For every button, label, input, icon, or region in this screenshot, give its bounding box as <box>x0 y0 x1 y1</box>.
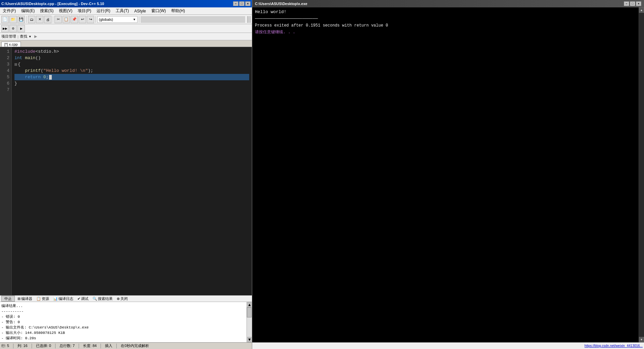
close-panel-icon: ⊗ <box>117 297 120 301</box>
code-editor[interactable]: 1 2 3 4 5 6 7 #include<stdio.h> int main… <box>0 47 252 295</box>
close-button[interactable]: × <box>245 1 251 6</box>
status-time: 在0秒内完成解析 <box>121 343 149 348</box>
paste-button[interactable]: 📌 <box>71 16 78 23</box>
compile-line-warnings: - 警告: 0 <box>1 319 245 325</box>
bottom-tab-search[interactable]: 🔍 搜索结果 <box>92 296 113 301</box>
menu-astyle[interactable]: AStyle <box>133 8 147 14</box>
line-num-1: 1 <box>2 48 9 55</box>
menu-help[interactable]: 帮助(H) <box>170 8 186 14</box>
menu-file[interactable]: 文件(F) <box>1 8 17 14</box>
line-numbers: 1 2 3 4 5 6 7 <box>0 47 12 295</box>
app-container: C:\Users\ASUS\Desktop\x.cpp - [Executing… <box>0 0 644 349</box>
status-col: 列: 16 <box>17 343 27 348</box>
compile-scrollbar[interactable]: ▲ ▼ <box>247 302 252 342</box>
menu-view[interactable]: 视图(V) <box>58 8 74 14</box>
toolbar-grip <box>247 16 251 23</box>
search-dropdown-icon[interactable]: ▼ <box>29 35 32 38</box>
console-scroll-down[interactable]: ▼ <box>639 337 644 342</box>
close-file-button[interactable]: ✕ <box>36 16 43 23</box>
bottom-panel: 中止 ⊞ 编译器 📋 资源 📊 编译日志 <box>0 295 252 342</box>
compile-button[interactable]: ⚙ <box>9 25 17 32</box>
menu-bar: 文件(F) 编辑(E) 搜索(S) 视图(V) 项目(P) 运行(R) 工具(T… <box>0 7 252 15</box>
toolbar-separator-2 <box>53 16 53 23</box>
menu-project[interactable]: 项目(P) <box>76 8 92 14</box>
minimize-button[interactable]: − <box>233 1 238 6</box>
line-num-7: 7 <box>2 87 9 93</box>
bottom-tab-close[interactable]: ⊗ 关闭 <box>117 296 128 301</box>
code-line-4: printf("Hello world! \n"); <box>14 68 249 74</box>
maximize-button[interactable]: □ <box>239 1 244 6</box>
code-line-7 <box>14 87 249 93</box>
project-bar: 项目管理 | 查找 ▼ ▶ <box>0 33 252 40</box>
debug-icon: ✔ <box>77 297 80 301</box>
bottom-tab-log[interactable]: 📊 编译日志 <box>53 296 73 301</box>
scrollbar-down-arrow[interactable]: ▼ <box>247 337 252 342</box>
code-content[interactable]: #include<stdio.h> int main() { printf("H… <box>12 47 252 295</box>
ide-title: C:\Users\ASUS\Desktop\x.cpp - [Executing… <box>1 2 104 6</box>
copy-button[interactable]: 📋 <box>63 16 70 23</box>
save-button[interactable]: 💾 <box>17 16 25 23</box>
console-title-text: C:\Users\ASUS\Desktop\x.exe <box>255 2 307 6</box>
resource-icon: 📋 <box>36 297 41 301</box>
toolbar-separator-1 <box>26 16 27 23</box>
project-label[interactable]: 项目管理 <box>1 34 16 39</box>
console-scroll-up[interactable]: ▲ <box>639 7 644 13</box>
menu-edit[interactable]: 编辑(E) <box>20 8 36 14</box>
compile-line-output: - 输出文件名: C:\Users\ASUS\Desktop\x.exe <box>1 325 245 330</box>
console-close-button[interactable]: × <box>636 1 641 6</box>
open-button[interactable]: 📁 <box>9 16 17 23</box>
line-num-5: 5 <box>2 74 9 80</box>
line-num-2: 2 <box>2 55 9 61</box>
menu-window[interactable]: 窗口(W) <box>150 8 167 14</box>
toolbar: 📄 📁 💾 🗂 ✕ 🖨 ✂ 📋 📌 ↩ ↪ (globals) ▼ <box>0 15 252 24</box>
ide-title-buttons: − □ × <box>233 1 251 6</box>
search-label[interactable]: 查找 <box>20 34 27 39</box>
line-num-4: 4 <box>2 68 9 74</box>
globals-dropdown[interactable]: (globals) ▼ <box>97 16 138 23</box>
cut-button[interactable]: ✂ <box>54 16 62 23</box>
scrollbar-track <box>247 307 252 337</box>
bottom-tab-resource[interactable]: 📋 资源 <box>36 296 49 301</box>
scrollbar-thumb[interactable] <box>247 307 252 317</box>
stop-button[interactable]: 中止 <box>1 296 15 302</box>
console-maximize-button[interactable]: □ <box>630 1 635 6</box>
compile-line-time: - 编译时间: 0.20s <box>1 336 245 341</box>
bottom-tab-compiler[interactable]: ⊞ 编译器 <box>17 296 32 301</box>
run-button[interactable]: ▶ <box>17 25 25 32</box>
status-length: 长度: 84 <box>83 343 97 348</box>
watermark-link[interactable]: https://blog.csdn.net/weixin_4413016... <box>584 344 643 348</box>
status-sep-6 <box>116 344 117 348</box>
print-button[interactable]: 🖨 <box>44 16 51 23</box>
new-button[interactable]: 📄 <box>1 16 9 23</box>
windows-row: C:\Users\ASUS\Desktop\x.cpp - [Executing… <box>0 0 644 349</box>
ide-title-bar: C:\Users\ASUS\Desktop\x.cpp - [Executing… <box>0 0 252 7</box>
search-results-icon: 🔍 <box>92 297 97 301</box>
status-insert: 插入 <box>105 343 112 348</box>
status-sep-2 <box>32 344 32 348</box>
tab-xcpp[interactable]: [*] x.cpp <box>1 42 21 47</box>
status-sep-1 <box>13 344 13 348</box>
tab-xcpp-label: [*] x.cpp <box>4 42 18 46</box>
compile-line-sep: ---------- <box>1 309 245 314</box>
menu-run[interactable]: 运行(R) <box>95 8 112 14</box>
console-minimize-button[interactable]: − <box>624 1 629 6</box>
redo-button[interactable]: ↪ <box>87 16 94 23</box>
menu-tools[interactable]: 工具(T) <box>114 8 130 14</box>
bottom-tab-debug[interactable]: ✔ 调试 <box>77 296 88 301</box>
undo-button[interactable]: ↩ <box>79 16 86 23</box>
line-num-6: 6 <box>2 80 9 87</box>
tab-bar: [*] x.cpp <box>0 40 252 47</box>
code-line-5: return 0; <box>14 74 249 80</box>
status-selected: 已选择: 0 <box>36 343 51 348</box>
compile-line-size: - 输出大小: 144.9580078125 KiB <box>1 330 245 336</box>
save-all-button[interactable]: 🗂 <box>28 16 35 23</box>
compile-run-button[interactable]: ▶▶ <box>1 25 9 32</box>
code-line-2: int main() <box>14 55 249 61</box>
function-search-box[interactable] <box>141 16 245 23</box>
globals-dropdown-value: (globals) <box>99 17 113 21</box>
log-icon: 📊 <box>53 297 58 301</box>
status-sep-4 <box>79 344 79 348</box>
bottom-tabs: ⊞ 编译器 📋 资源 📊 编译日志 ✔ 调试 <box>17 296 128 301</box>
scrollbar-up-arrow[interactable]: ▲ <box>247 302 252 307</box>
menu-search[interactable]: 搜索(S) <box>39 8 55 14</box>
